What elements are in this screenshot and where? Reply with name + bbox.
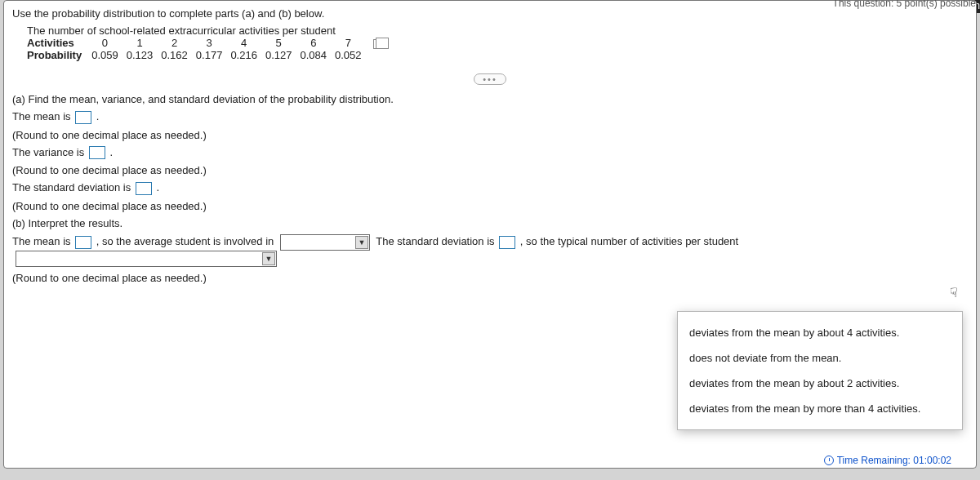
sd-input[interactable]: [136, 182, 152, 195]
copy-icon[interactable]: [373, 39, 385, 49]
probability-table: Activities 0 1 2 3 4 5 6 7 Probability 0…: [27, 37, 393, 61]
sd-post-text: .: [157, 181, 160, 193]
interpret-line: The mean is , so the average student is …: [12, 234, 968, 267]
activities-cell: 6: [300, 37, 335, 49]
dropdown-option[interactable]: deviates from the mean by about 4 activi…: [684, 320, 956, 345]
dropdown-option[interactable]: deviates from the mean by more than 4 ac…: [684, 396, 956, 421]
activities-cell: 7: [335, 37, 370, 49]
table-row: Activities 0 1 2 3 4 5 6 7: [27, 37, 393, 49]
sd-pre-text: The standard deviation is: [12, 181, 134, 193]
round-note: (Round to one decimal place as needed.): [12, 272, 968, 284]
activities-row-label: Activities: [27, 37, 91, 49]
mean-is-text: The mean is: [12, 235, 74, 247]
points-text: This question: 5 point(s) possible: [833, 0, 976, 9]
activities-cell: 1: [127, 37, 162, 49]
mean-line: The mean is .: [12, 110, 968, 124]
round-note: (Round to one decimal place as needed.): [12, 200, 968, 212]
probability-cell: 0.162: [161, 49, 196, 61]
ellipsis-icon[interactable]: •••: [474, 73, 506, 85]
probability-cell: 0.059: [91, 49, 127, 61]
cursor-hand-icon: ☟: [950, 285, 958, 300]
sd-interpret-input[interactable]: [499, 236, 515, 249]
clock-icon: [824, 456, 834, 465]
mean-pre-text: The mean is: [12, 110, 74, 122]
so-avg-text: , so the average student is involved in: [96, 235, 274, 247]
avg-involved-dropdown[interactable]: ▼: [280, 234, 370, 251]
probability-cell: 0.177: [196, 49, 231, 61]
activities-cell: 2: [161, 37, 196, 49]
part-b-prompt: (b) Interpret the results.: [12, 217, 968, 229]
distribution-table-block: The number of school-related extracurric…: [27, 24, 968, 61]
activities-cell: 0: [91, 37, 127, 49]
mean-input[interactable]: [75, 111, 91, 124]
probability-cell: 0.084: [300, 49, 335, 61]
mean-interpret-input[interactable]: [75, 236, 91, 249]
typical-deviation-dropdown[interactable]: ▼: [16, 251, 277, 267]
probability-row-label: Probability: [27, 49, 91, 61]
sd-line: The standard deviation is .: [12, 181, 968, 195]
mean-post-text: .: [96, 110, 100, 122]
variance-line: The variance is .: [12, 146, 968, 160]
table-row: Probability 0.059 0.123 0.162 0.177 0.21…: [27, 49, 393, 61]
round-note: (Round to one decimal place as needed.): [12, 164, 968, 176]
chevron-down-icon: ▼: [355, 236, 368, 249]
instruction-text: Use the probability distribution to comp…: [12, 7, 968, 20]
sd-is-text: The standard deviation is: [376, 235, 497, 247]
probability-cell: 0.052: [335, 49, 370, 61]
deviation-dropdown-menu: deviates from the mean by about 4 activi…: [677, 311, 963, 430]
section-divider: •••: [12, 73, 968, 85]
question-panel: This question: 5 point(s) possible Use t…: [3, 0, 977, 469]
variance-post-text: .: [109, 146, 113, 158]
variance-input[interactable]: [89, 146, 105, 159]
table-title: The number of school-related extracurric…: [27, 24, 968, 37]
so-typical-text: , so the typical number of activities pe…: [520, 235, 738, 247]
dropdown-option[interactable]: does not deviate from the mean.: [684, 345, 956, 371]
chevron-down-icon: ▼: [262, 252, 275, 265]
activities-cell: 3: [196, 37, 231, 49]
points-possible-label: This question: 5 point(s) possible: [833, 0, 976, 9]
probability-cell: 0.123: [127, 49, 162, 61]
time-remaining: Time Remaining: 01:00:02: [824, 455, 951, 466]
round-note: (Round to one decimal place as needed.): [12, 129, 968, 141]
probability-cell: 0.216: [230, 49, 265, 61]
activities-cell: 4: [230, 37, 265, 49]
probability-cell: 0.127: [265, 49, 301, 61]
activities-cell: 5: [265, 37, 301, 49]
time-remaining-label: Time Remaining: 01:00:02: [837, 455, 951, 466]
dropdown-option[interactable]: deviates from the mean by about 2 activi…: [684, 371, 956, 396]
part-a-prompt: (a) Find the mean, variance, and standar…: [12, 93, 968, 105]
variance-pre-text: The variance is: [12, 146, 87, 158]
